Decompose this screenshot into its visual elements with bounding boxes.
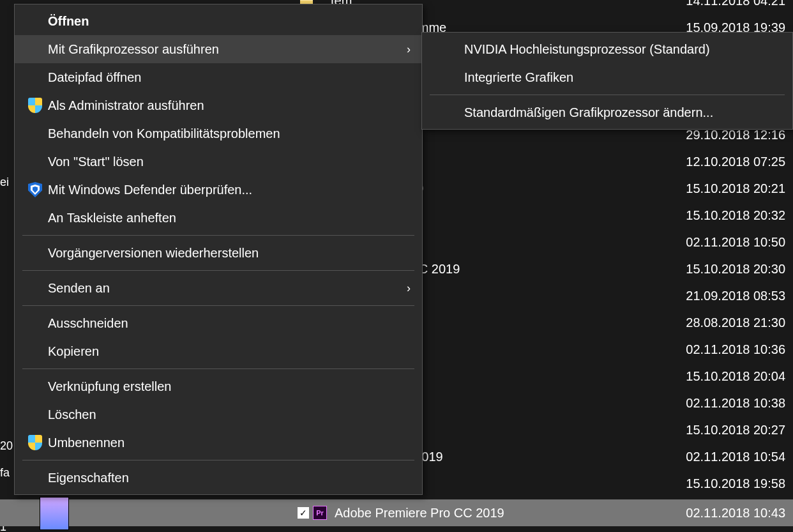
menu-item[interactable]: Löschen <box>15 400 422 429</box>
menu-item-label: Umbenennen <box>48 436 411 450</box>
menu-item[interactable]: Eigenschaften <box>15 464 422 492</box>
file-date: 15.10.2018 20:21 <box>658 181 785 196</box>
menu-item-label: Verknüpfung erstellen <box>48 379 411 394</box>
menu-item-label: Senden an <box>48 281 398 296</box>
file-date: 15.10.2018 19:58 <box>658 476 785 491</box>
file-date: 15.10.2018 20:04 <box>658 369 785 384</box>
file-date: 02.11.2018 10:38 <box>658 396 785 411</box>
context-menu: ÖffnenMit Grafikprozessor ausführen›Date… <box>14 4 423 495</box>
submenu-arrow-icon: › <box>398 43 411 56</box>
menu-item[interactable]: Von "Start" lösen <box>15 148 422 176</box>
menu-item-label: Dateipfad öffnen <box>48 70 411 85</box>
menu-item[interactable]: Als Administrator ausführen <box>15 91 422 119</box>
menu-separator <box>22 369 414 369</box>
submenu-item-label: NVIDIA Hochleistungsprozessor (Standard) <box>464 42 781 57</box>
menu-item-label: Löschen <box>48 407 411 422</box>
file-date: 02.11.2018 10:54 <box>658 450 785 464</box>
context-submenu-gpu: NVIDIA Hochleistungsprozessor (Standard)… <box>421 32 793 130</box>
file-date: 02.11.2018 10:43 <box>658 506 785 521</box>
file-date: 28.08.2018 21:30 <box>658 315 785 330</box>
menu-item-label: Kopieren <box>48 344 411 359</box>
submenu-item[interactable]: Standardmäßigen Grafikprozessor ändern..… <box>422 98 792 126</box>
menu-item-label: Von "Start" lösen <box>48 155 411 169</box>
premiere-icon: Pr <box>313 506 327 520</box>
menu-item[interactable]: Behandeln von Kompatibilitätsproblemen <box>15 119 422 148</box>
menu-item-label: Öffnen <box>48 14 411 29</box>
submenu-item[interactable]: NVIDIA Hochleistungsprozessor (Standard) <box>422 35 792 63</box>
file-date: 15.10.2018 20:32 <box>658 208 785 223</box>
menu-item[interactable]: Kopieren <box>15 337 422 365</box>
file-name: Adobe Premiere Pro CC 2019 <box>335 506 658 521</box>
menu-item[interactable]: Mit Grafikprozessor ausführen› <box>15 35 422 63</box>
menu-item-label: Mit Grafikprozessor ausführen <box>48 42 398 57</box>
file-date: 12.10.2018 07:25 <box>658 155 785 169</box>
menu-item[interactable]: Dateipfad öffnen <box>15 63 422 91</box>
file-date: 02.11.2018 10:36 <box>658 342 785 357</box>
submenu-item-label: Standardmäßigen Grafikprozessor ändern..… <box>464 105 781 120</box>
file-date: 21.09.2018 08:53 <box>658 289 785 303</box>
menu-separator <box>22 235 414 236</box>
file-date: 15.10.2018 20:30 <box>658 262 785 277</box>
defender-shield-icon <box>28 182 42 197</box>
thumbnail <box>40 497 69 530</box>
menu-separator <box>22 305 414 306</box>
submenu-item[interactable]: Integrierte Grafiken <box>422 63 792 91</box>
submenu-arrow-icon: › <box>398 282 411 295</box>
file-date: 15.10.2018 20:27 <box>658 423 785 437</box>
menu-item[interactable]: An Taskleiste anheften <box>15 204 422 232</box>
uac-shield-icon <box>28 98 42 113</box>
submenu-item-label: Integrierte Grafiken <box>464 70 781 85</box>
menu-item[interactable]: Öffnen <box>15 7 422 35</box>
menu-item-label: Als Administrator ausführen <box>48 98 411 113</box>
menu-item[interactable]: Verknüpfung erstellen <box>15 372 422 400</box>
menu-separator <box>430 95 785 95</box>
menu-item[interactable]: Umbenennen <box>15 429 422 457</box>
menu-item[interactable]: Ausschneiden <box>15 309 422 337</box>
file-date: 14.11.2018 04:21 <box>658 0 785 8</box>
file-row-selected[interactable]: ✓ Pr Adobe Premiere Pro CC 2019 02.11.20… <box>0 499 793 526</box>
menu-item-label: An Taskleiste anheften <box>48 211 411 225</box>
menu-item-label: Mit Windows Defender überprüfen... <box>48 183 411 197</box>
menu-item[interactable]: Vorgängerversionen wiederherstellen <box>15 239 422 267</box>
menu-item-label: Vorgängerversionen wiederherstellen <box>48 246 411 261</box>
file-date: 02.11.2018 10:50 <box>658 235 785 250</box>
menu-item[interactable]: Mit Windows Defender überprüfen... <box>15 176 422 204</box>
menu-item-label: Eigenschaften <box>48 471 411 485</box>
checkbox-icon[interactable]: ✓ <box>298 507 309 519</box>
menu-separator <box>22 270 414 271</box>
menu-item-label: Ausschneiden <box>48 316 411 331</box>
uac-shield-icon <box>28 435 42 450</box>
menu-separator <box>22 460 414 460</box>
menu-item-label: Behandeln von Kompatibilitätsproblemen <box>48 126 411 141</box>
menu-item[interactable]: Senden an› <box>15 274 422 302</box>
